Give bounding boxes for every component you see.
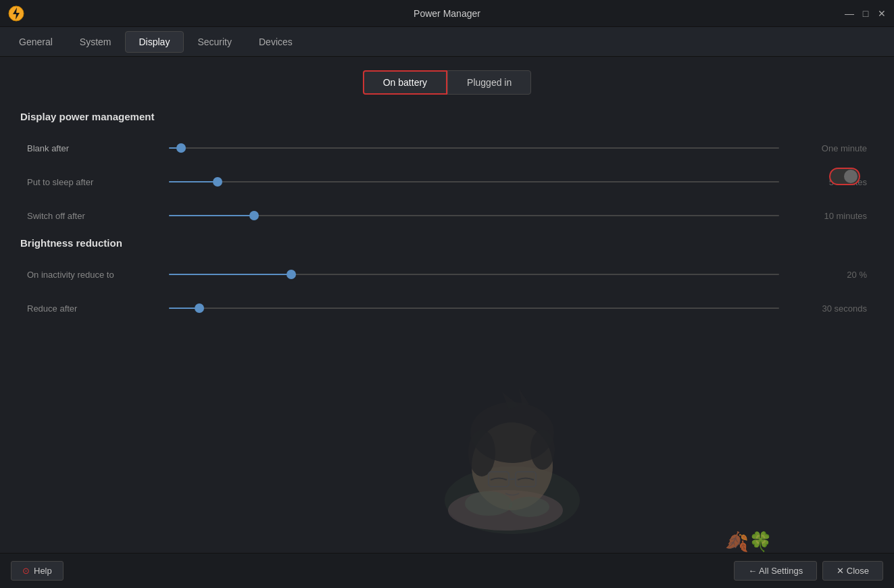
switch-off-value: 10 minutes [786, 211, 867, 221]
brightness-section: Brightness reduction On inactivity reduc… [20, 237, 874, 320]
brightness-settings: On inactivity reduce to 20 % Reduce afte… [20, 262, 874, 320]
on-inactivity-row: On inactivity reduce to 20 % [27, 262, 867, 287]
on-inactivity-slider-container [169, 268, 779, 281]
on-battery-button[interactable]: On battery [363, 70, 447, 95]
on-inactivity-label: On inactivity reduce to [27, 270, 162, 280]
close-button[interactable]: ✕ [876, 8, 887, 19]
tab-general[interactable]: General [5, 31, 66, 53]
window-controls: — □ ✕ [844, 8, 887, 19]
svg-point-5 [470, 402, 554, 463]
main-content: On battery Plugged in Display power mana… [0, 57, 894, 343]
tab-system[interactable]: System [66, 31, 125, 53]
blank-after-track [169, 147, 779, 149]
bottom-right-buttons: ← All Settings ✕ Close [734, 561, 883, 581]
svg-rect-11 [516, 472, 536, 487]
tab-bar: General System Display Security Devices [0, 27, 894, 57]
on-inactivity-thumb[interactable] [287, 270, 296, 279]
all-settings-button[interactable]: ← All Settings [734, 561, 817, 581]
tab-display[interactable]: Display [125, 31, 184, 53]
close-settings-button[interactable]: ✕ Close [822, 561, 883, 581]
svg-point-7 [530, 429, 555, 470]
switch-off-slider-container [169, 209, 779, 222]
reduce-after-track [169, 308, 779, 309]
put-to-sleep-after-row: Put to sleep after 5 minutes [27, 170, 867, 194]
svg-point-4 [472, 422, 553, 510]
put-to-sleep-fill [169, 181, 218, 182]
reduce-after-label: Reduce after [27, 303, 162, 314]
svg-point-13 [465, 491, 512, 516]
switch-off-after-row: Switch off after 10 minutes [27, 203, 867, 228]
help-button[interactable]: ⊙ Help [11, 561, 64, 581]
toggle-knob [844, 170, 858, 183]
plugged-in-button[interactable]: Plugged in [447, 70, 531, 95]
reduce-after-value: 30 seconds [786, 303, 867, 314]
put-to-sleep-slider-container [169, 175, 779, 189]
on-inactivity-fill [169, 274, 291, 275]
minimize-button[interactable]: — [844, 8, 855, 19]
on-inactivity-track [169, 274, 779, 275]
maximize-button[interactable]: □ [860, 8, 871, 19]
svg-marker-8 [502, 392, 519, 409]
help-label: Help [34, 566, 52, 576]
svg-marker-9 [519, 389, 529, 406]
svg-point-3 [448, 490, 563, 531]
svg-point-6 [468, 429, 495, 476]
reduce-after-row: Reduce after 30 seconds [27, 296, 867, 320]
put-to-sleep-after-label: Put to sleep after [27, 177, 162, 187]
window-title: Power Manager [414, 8, 480, 19]
brightness-heading: Brightness reduction [20, 237, 874, 249]
svg-point-14 [509, 497, 549, 517]
switch-off-fill [169, 215, 254, 216]
svg-point-2 [445, 466, 580, 534]
help-icon: ⊙ [22, 566, 30, 576]
decorative-image [404, 358, 620, 547]
put-to-sleep-thumb[interactable] [213, 177, 222, 187]
blank-after-thumb[interactable] [176, 143, 186, 153]
switch-off-track [169, 215, 779, 216]
tab-security[interactable]: Security [184, 31, 245, 53]
on-inactivity-value: 20 % [786, 270, 867, 280]
bottom-bar: ⊙ Help ← All Settings ✕ Close [0, 553, 894, 588]
put-to-sleep-track [169, 181, 779, 182]
leaf-decoration: 🍂🍀 [725, 531, 772, 553]
display-power-heading: Display power management [20, 111, 874, 122]
tab-devices[interactable]: Devices [245, 31, 306, 53]
app-icon [8, 5, 24, 22]
battery-toggle-group: On battery Plugged in [20, 70, 874, 95]
display-settings: Blank after One minute Put to sleep afte… [20, 136, 874, 228]
display-power-toggle[interactable] [829, 168, 860, 185]
switch-off-thumb[interactable] [249, 211, 259, 220]
blank-after-label: Blank after [27, 143, 162, 153]
reduce-after-slider-container [169, 301, 779, 315]
blank-after-slider-container [169, 141, 779, 155]
blank-after-value: One minute [786, 143, 867, 153]
reduce-after-thumb[interactable] [195, 303, 204, 313]
svg-rect-10 [489, 472, 509, 487]
titlebar: Power Manager — □ ✕ [0, 0, 894, 27]
switch-off-after-label: Switch off after [27, 211, 162, 221]
blank-after-row: Blank after One minute [27, 136, 867, 160]
